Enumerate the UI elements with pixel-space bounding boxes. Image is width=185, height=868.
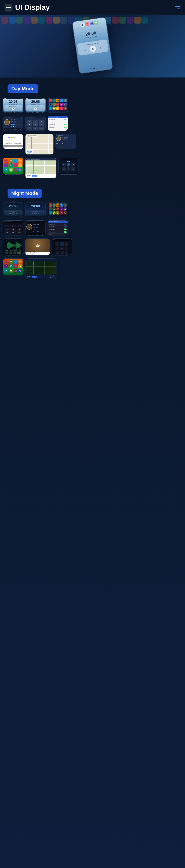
keypad-3[interactable]: 3▾ [39, 120, 44, 123]
app-icon-teal-1[interactable]: 🎵 [52, 99, 56, 102]
toggle-auto-connect[interactable] [63, 127, 67, 128]
iphone-app-tv[interactable]: 📺 [14, 168, 18, 172]
night-dir-arrow-up[interactable]: ↑ [60, 242, 64, 246]
social-prev-icon[interactable]: ⏮ [56, 143, 58, 145]
night-toggle-answer[interactable] [63, 228, 67, 230]
keypad-7[interactable]: 7▾ [27, 127, 32, 129]
night-iphone-msg[interactable]: 💬 [9, 259, 13, 264]
music-play-icon[interactable]: ⏸ [13, 126, 14, 127]
keypad-1[interactable]: 1 [27, 120, 32, 123]
app-icon-gray-1[interactable]: ⚙ [63, 99, 67, 102]
night-keypad-4[interactable]: 4 [4, 228, 10, 231]
iphone-app-msg[interactable]: 💬 [9, 159, 13, 163]
social-play-icon[interactable]: ⏸ [59, 143, 60, 145]
app-icon-blue-1[interactable]: 🗺 [60, 99, 63, 102]
night-car-play-2[interactable]: ⏸ [34, 212, 37, 215]
app-icon-red-1[interactable]: 📞 [49, 99, 52, 102]
night-iphone-maps[interactable]: 🗺 [9, 264, 13, 268]
eq-preset-4[interactable]: CUSTOM [17, 252, 21, 254]
night-app-cloud[interactable]: ☁ [60, 207, 63, 211]
car-play-btn-1[interactable]: ⏸ [12, 107, 15, 110]
app-icon-cyan-1[interactable]: 🌐 [49, 106, 52, 110]
night-keypad-1[interactable]: 1 [4, 224, 10, 227]
iphone-app-music[interactable]: 🎵 [4, 163, 8, 167]
keypad-5[interactable]: 5▾ [33, 123, 38, 126]
iphone-app-settings[interactable]: ⚙ [18, 163, 22, 167]
night-app-file[interactable]: 📁 [52, 211, 56, 215]
nav-icon[interactable] [175, 6, 181, 8]
night-app-star[interactable]: ⭐ [56, 211, 59, 215]
eq-btn-2[interactable]: MID [10, 250, 12, 251]
night-iphone-mail[interactable]: ✉ [18, 259, 22, 264]
night-dir-btn-1[interactable]: ⊕ [55, 251, 59, 255]
car-play-btn-2[interactable]: ⏸ [34, 107, 37, 110]
night-play-indicator[interactable]: ▶ [50, 277, 54, 278]
app-icon-yellow-1[interactable]: ⭐ [56, 106, 59, 110]
eq-btn-3[interactable]: TREBLE [14, 250, 18, 251]
night-app-cam[interactable]: 📷 [56, 204, 59, 207]
keypad-9[interactable]: 9▾ [39, 127, 44, 129]
music-progress-bar[interactable] [11, 124, 22, 125]
iphone-app-mail[interactable]: ✉ [18, 159, 22, 163]
app-icon-orange-1[interactable]: 📷 [56, 99, 59, 102]
night-app-car[interactable]: 🚗 [52, 207, 56, 211]
night-dir-arrow-1[interactable]: ↖ [55, 242, 59, 246]
menu-icon[interactable] [4, 4, 12, 11]
app-icon-green-1[interactable]: 🚗 [52, 103, 56, 106]
dir-arrow-up[interactable]: ↑ [67, 163, 71, 166]
eq-btn-1[interactable]: BASS [5, 250, 8, 251]
app-icon-dark-1[interactable]: BT [56, 103, 59, 106]
keypad-6[interactable]: 0 [39, 123, 44, 126]
eq-btn-4[interactable]: VOL [19, 250, 21, 251]
night-app-settings[interactable]: ⚙ [63, 204, 67, 207]
night-app-bb[interactable]: 📱 [49, 207, 52, 211]
night-iphone-books[interactable]: 📚 [18, 269, 22, 273]
keypad-4[interactable]: 4 [27, 123, 32, 126]
app-icon-brown-1[interactable]: 🔧 [63, 106, 67, 110]
app-icon-indigo-1[interactable]: 📻 [63, 103, 67, 106]
night-keypad-3[interactable]: 3▾ [17, 224, 22, 227]
iphone-app-photos[interactable]: 📷 [14, 163, 18, 167]
night-nav-go-btn[interactable]: GO [32, 276, 37, 278]
night-dir-arrow-right[interactable]: → [64, 247, 68, 250]
night-iphone-podcast[interactable]: 🎙 [4, 269, 8, 273]
night-dir-btn-2[interactable]: ⊗ [60, 251, 64, 255]
eq-preset-3[interactable]: JAZZ [13, 252, 16, 254]
night-iphone-music[interactable]: 🎵 [4, 264, 8, 268]
google-search-btn[interactable]: Google Search [5, 143, 12, 144]
iphone-app-maps[interactable]: 🗺 [9, 163, 13, 167]
night-keypad-9[interactable]: 9▾ [17, 231, 22, 234]
night-iphone-tv[interactable]: 📺 [14, 269, 18, 273]
night-iphone-settings[interactable]: ⚙ [18, 264, 22, 268]
nav-go-btn[interactable]: GO [32, 175, 37, 178]
night-iphone-phone[interactable]: 📞 [4, 259, 8, 264]
dir-arrow-2[interactable]: ↗ [71, 163, 75, 166]
iphone-app-books[interactable]: 📚 [18, 168, 22, 172]
night-app-tool[interactable]: 🔧 [63, 211, 67, 215]
keypad-2[interactable]: 2▾ [33, 120, 38, 123]
eq-preset-2[interactable]: ROCK [9, 252, 12, 254]
night-app-fav[interactable]: ❤ [60, 211, 63, 215]
night-iphone-news[interactable]: 📰 [9, 269, 13, 273]
iphone-app-safari[interactable]: 🌐 [14, 159, 18, 163]
toggle-auto-answer[interactable] [63, 124, 67, 125]
night-keypad-2[interactable]: 2▾ [10, 224, 16, 227]
keypad-8[interactable]: 8▾ [33, 127, 38, 129]
app-icon-purple-1[interactable]: ☁ [60, 103, 63, 106]
night-prev-icon[interactable]: ⏮ [33, 230, 34, 232]
dir-arrow-right[interactable]: → [71, 167, 75, 171]
night-keypad-6[interactable]: 0 [17, 228, 22, 231]
night-car-play-1[interactable]: ⏸ [12, 212, 15, 215]
night-keypad-5[interactable]: 5▾ [10, 228, 16, 231]
night-app-bt[interactable]: BT [56, 207, 59, 211]
app-icon-bb-1[interactable]: 📱 [49, 103, 52, 106]
night-keypad-7[interactable]: 7▾ [4, 231, 10, 234]
music-next-icon[interactable]: ⏭ [15, 126, 17, 127]
nav-go-button[interactable]: GO [27, 151, 32, 153]
social-next-icon[interactable]: ⏭ [62, 143, 63, 145]
night-toggle-connect[interactable] [63, 231, 67, 233]
dir-arrow-1[interactable]: ↖ [62, 163, 66, 166]
google-lucky-btn[interactable]: I'm Feeling Lucky [13, 143, 22, 144]
night-keypad-8[interactable]: 8▾ [10, 231, 16, 234]
google-search-bar[interactable]: 🔍 [5, 140, 22, 142]
